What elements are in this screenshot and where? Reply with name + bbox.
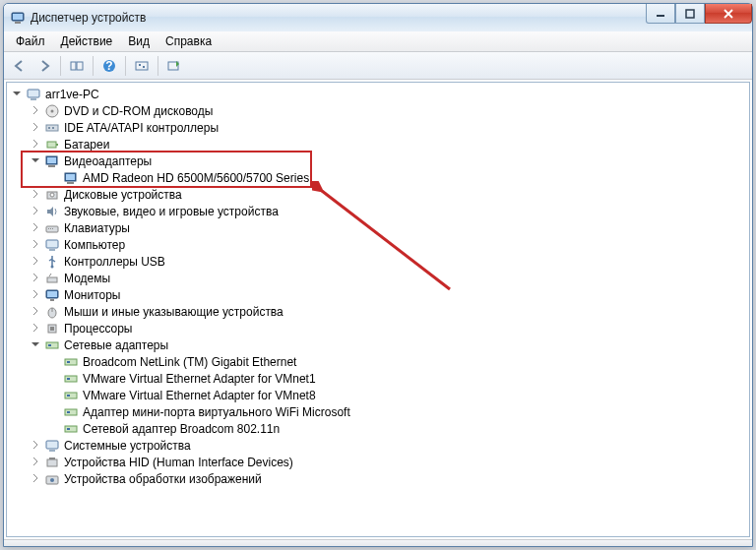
svg-rect-59 [47, 459, 57, 466]
expand-icon[interactable] [31, 473, 41, 484]
refresh-button[interactable] [162, 54, 186, 78]
svg-rect-40 [50, 299, 54, 301]
tree-root[interactable]: arr1ve-PC [12, 86, 749, 102]
svg-rect-44 [50, 327, 54, 331]
tree-item-keyboard[interactable]: Клавиатуры [31, 219, 749, 236]
svg-rect-10 [139, 64, 141, 66]
network-icon [44, 337, 60, 353]
device-tree[interactable]: arr1ve-PC DVD и CD-ROM дисководы IDE ATA… [6, 82, 750, 537]
titlebar[interactable]: Диспетчер устройств [4, 4, 752, 31]
network-icon [63, 354, 79, 370]
expand-icon[interactable] [31, 239, 41, 250]
expand-icon[interactable] [31, 323, 41, 334]
minimize-button[interactable] [646, 4, 675, 24]
svg-rect-53 [65, 409, 77, 415]
tree-item-system[interactable]: Системные устройства [31, 437, 749, 454]
svg-text:?: ? [105, 59, 112, 73]
expand-icon[interactable] [31, 222, 41, 233]
separator [158, 56, 158, 76]
display-adapter-icon [63, 170, 79, 186]
forward-button[interactable] [32, 54, 56, 78]
tree-item-disk[interactable]: Дисковые устройства [31, 186, 749, 203]
svg-rect-11 [143, 66, 145, 68]
separator [60, 56, 61, 76]
imaging-icon [44, 471, 60, 487]
expand-icon[interactable] [31, 306, 41, 317]
show-hide-tree-button[interactable] [65, 54, 89, 78]
svg-point-62 [50, 478, 54, 482]
window-title: Диспетчер устройств [31, 11, 146, 25]
collapse-icon[interactable] [31, 339, 41, 350]
system-icon [44, 438, 60, 454]
tree-item-video[interactable]: Видеоадаптеры [31, 153, 749, 169]
svg-rect-21 [56, 144, 58, 146]
maximize-button[interactable] [675, 4, 705, 24]
tree-item-sound[interactable]: Звуковые, видео и игровые устройства [31, 203, 749, 219]
tree-item-computer[interactable]: Компьютер [31, 236, 749, 253]
svg-rect-45 [46, 342, 58, 348]
tree-item-monitor[interactable]: Мониторы [31, 286, 749, 303]
tree-item-net-device[interactable]: VMware Virtual Ethernet Adapter for VMne… [49, 387, 749, 403]
svg-rect-52 [67, 395, 70, 397]
svg-rect-14 [31, 98, 36, 100]
tree-item-network[interactable]: Сетевые адаптеры [31, 336, 749, 353]
disk-drive-icon [44, 187, 60, 203]
scan-hardware-button[interactable] [130, 54, 154, 78]
svg-point-16 [51, 109, 54, 112]
tree-item-net-device[interactable]: Адаптер мини-порта виртуального WiFi Mic… [49, 403, 749, 420]
svg-rect-33 [52, 228, 53, 229]
svg-rect-26 [66, 174, 75, 180]
menu-action[interactable]: Действие [53, 32, 121, 50]
menu-help[interactable]: Справка [158, 32, 220, 50]
keyboard-icon [44, 220, 60, 236]
svg-rect-27 [67, 182, 74, 184]
svg-rect-50 [67, 378, 70, 380]
separator [125, 56, 126, 76]
svg-rect-34 [46, 240, 58, 248]
back-button[interactable] [8, 54, 32, 78]
expand-icon[interactable] [31, 256, 41, 267]
svg-rect-31 [48, 228, 49, 229]
svg-rect-58 [49, 450, 55, 452]
tree-item-imaging[interactable]: Устройства обработки изображений [31, 470, 749, 487]
svg-rect-4 [686, 10, 694, 18]
tree-item-dvd[interactable]: DVD и CD-ROM дисководы [31, 102, 749, 119]
expand-icon[interactable] [31, 189, 41, 200]
svg-rect-1 [13, 14, 23, 20]
menu-view[interactable]: Вид [120, 32, 158, 50]
expand-icon[interactable] [31, 273, 41, 283]
battery-icon [44, 137, 60, 153]
expand-icon[interactable] [31, 289, 41, 300]
expand-icon[interactable] [31, 105, 41, 116]
expand-icon[interactable] [31, 122, 41, 133]
expand-icon[interactable] [31, 139, 41, 150]
network-icon [63, 371, 79, 387]
collapse-icon[interactable] [31, 155, 41, 166]
tree-item-hid[interactable]: Устройства HID (Human Interface Devices) [31, 454, 749, 470]
tree-item-battery[interactable]: Батареи [31, 136, 749, 153]
tree-item-net-device[interactable]: Broadcom NetLink (TM) Gigabit Ethernet [49, 353, 749, 370]
svg-rect-48 [67, 361, 70, 363]
svg-rect-6 [77, 62, 83, 70]
tree-item-net-device[interactable]: VMware Virtual Ethernet Adapter for VMne… [49, 370, 749, 387]
help-button[interactable]: ? [97, 54, 121, 78]
tree-item-usb[interactable]: Контроллеры USB [31, 253, 749, 270]
expand-icon[interactable] [31, 440, 41, 451]
tree-item-mouse[interactable]: Мыши и иные указывающие устройства [31, 303, 749, 320]
expand-icon[interactable] [31, 206, 41, 216]
collapse-icon[interactable] [12, 89, 23, 99]
menubar: Файл Действие Вид Справка [4, 31, 752, 52]
tree-item-net-device[interactable]: Сетевой адаптер Broadcom 802.11n [49, 420, 749, 437]
network-icon [63, 421, 79, 437]
pc-icon [44, 237, 60, 253]
tree-item-ide[interactable]: IDE ATA/ATAPI контроллеры [31, 119, 749, 136]
close-button[interactable] [705, 4, 752, 24]
tree-item-modem[interactable]: Модемы [31, 270, 749, 286]
tree-item-video-device[interactable]: AMD Radeon HD 6500M/5600/5700 Series [49, 169, 749, 186]
tree-item-cpu[interactable]: Процессоры [31, 320, 749, 336]
svg-rect-2 [15, 22, 21, 24]
menu-file[interactable]: Файл [8, 32, 53, 50]
cpu-icon [44, 321, 60, 336]
svg-rect-37 [47, 277, 57, 282]
expand-icon[interactable] [31, 457, 41, 467]
